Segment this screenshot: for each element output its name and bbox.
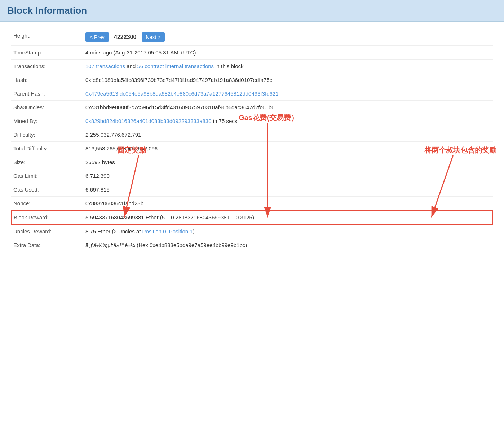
extra-data-label: Extra Data: <box>11 238 83 252</box>
block-reward-label: Block Reward: <box>11 210 83 224</box>
mined-by-link[interactable]: 0x829bd824b016326a401d083b33d092293333a8… <box>85 118 212 124</box>
extra-data-value: ä¸ƒå½©çµžä»™é±¼ (Hex:0xe4b883e5bda9e7a59… <box>83 238 493 252</box>
transactions-label: Transactions: <box>11 60 83 73</box>
transactions-value: 107 transactions and 56 contract interna… <box>83 60 493 73</box>
mined-by-suffix: in 75 secs <box>212 118 238 124</box>
uncles-position0-link[interactable]: Position 0 <box>142 228 166 234</box>
next-button[interactable]: Next > <box>142 32 165 42</box>
nonce-value: 0x883206036c1fabd23b <box>83 197 493 211</box>
gas-limit-value: 6,712,390 <box>83 169 493 183</box>
size-label: Size: <box>11 155 83 169</box>
height-label: Height: <box>11 29 83 46</box>
gas-used-value: 6,697,815 <box>83 183 493 197</box>
uncles-reward-value: 8.75 Ether (2 Uncles at Position 0, Posi… <box>83 224 493 238</box>
page-title: Block Information <box>7 5 497 16</box>
timestamp-label: TimeStamp: <box>11 46 83 60</box>
transactions-and: and <box>125 63 137 69</box>
height-value: < Prev 4222300 Next > <box>83 29 493 46</box>
parent-hash-label: Parent Hash: <box>11 87 83 101</box>
prev-button[interactable]: < Prev <box>85 32 109 42</box>
uncles-reward-prefix: 8.75 Ether (2 Uncles at <box>85 228 142 234</box>
size-value: 26592 bytes <box>83 155 493 169</box>
transactions-suffix: in this block <box>214 63 244 69</box>
gas-limit-label: Gas Limit: <box>11 169 83 183</box>
sha3uncles-value: 0xc31bbd9e8088f3c7c596d15d3ffd4316098759… <box>83 101 493 114</box>
total-difficulty-label: Total Difficulty: <box>11 142 83 155</box>
transactions-link2[interactable]: 56 contract internal transactions <box>137 63 214 69</box>
uncles-reward-suffix: ) <box>193 228 195 234</box>
timestamp-value: 4 mins ago (Aug-31-2017 05:05:31 AM +UTC… <box>83 46 493 60</box>
nonce-label: Nonce: <box>11 197 83 211</box>
gas-used-label: Gas Used: <box>11 183 83 197</box>
uncles-position1-link[interactable]: Position 1 <box>169 228 193 234</box>
hash-value: 0xfe8c1080bfa54fc8396f739b73e7d47f9f1ad9… <box>83 73 493 87</box>
total-difficulty-value: 813,558,265,078,432,542,096 <box>83 142 493 155</box>
mined-by-label: Mined By: <box>11 114 83 128</box>
sha3uncles-label: Sha3Uncles: <box>11 101 83 114</box>
parent-hash-link[interactable]: 0x479ea5613fdc054e5a98b8da682b4e880c6d73… <box>85 91 279 97</box>
uncles-reward-label: Uncles Reward: <box>11 224 83 238</box>
hash-label: Hash: <box>11 73 83 87</box>
difficulty-value: 2,255,032,776,672,791 <box>83 128 493 142</box>
block-number: 4222300 <box>114 34 136 40</box>
mined-by-value: 0x829bd824b016326a401d083b33d092293333a8… <box>83 114 493 128</box>
uncles-reward-comma: , <box>166 228 169 234</box>
parent-hash-value: 0x479ea5613fdc054e5a98b8da682b4e880c6d73… <box>83 87 493 101</box>
difficulty-label: Difficulty: <box>11 128 83 142</box>
block-reward-value: 5.594337168043699381 Ether (5 + 0.281837… <box>83 210 493 224</box>
transactions-link1[interactable]: 107 transactions <box>85 63 125 69</box>
